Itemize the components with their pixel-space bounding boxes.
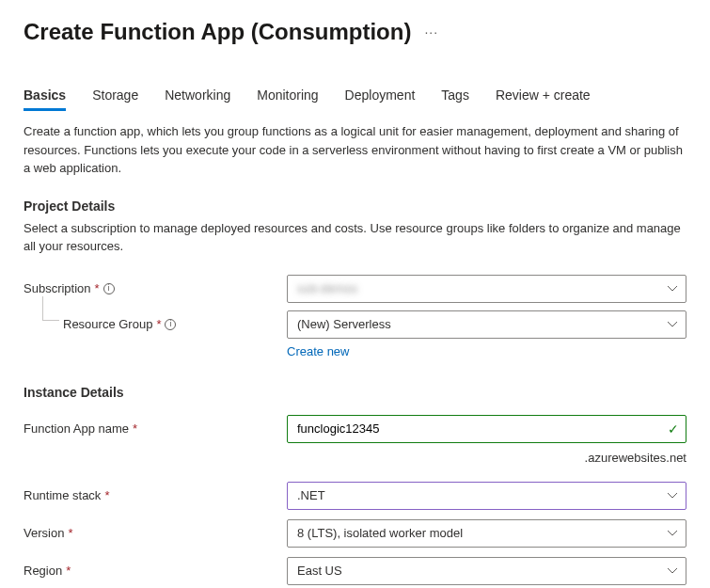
- section-instance-title: Instance Details: [24, 385, 686, 400]
- version-label: Version *: [24, 526, 287, 540]
- tab-basics[interactable]: Basics: [24, 87, 66, 111]
- chevron-down-icon: [667, 321, 678, 328]
- runtime-select[interactable]: .NET: [287, 482, 686, 510]
- tab-deployment[interactable]: Deployment: [345, 87, 416, 111]
- tab-review-create[interactable]: Review + create: [496, 87, 591, 111]
- tree-line: [42, 296, 59, 321]
- version-select[interactable]: 8 (LTS), isolated worker model: [287, 519, 686, 548]
- tab-storage[interactable]: Storage: [92, 87, 138, 111]
- tab-tags[interactable]: Tags: [441, 87, 469, 111]
- chevron-down-icon: [667, 530, 678, 537]
- info-icon[interactable]: i: [165, 319, 176, 330]
- subscription-label: Subscription * i: [24, 281, 287, 295]
- chevron-down-icon: [667, 567, 678, 575]
- resource-group-select[interactable]: (New) Serverless: [287, 310, 686, 339]
- create-new-link[interactable]: Create new: [287, 344, 349, 358]
- page-title: Create Function App (Consumption): [24, 19, 411, 45]
- tab-networking[interactable]: Networking: [165, 87, 230, 111]
- app-name-input[interactable]: [287, 415, 686, 443]
- region-select[interactable]: East US: [287, 557, 686, 585]
- tab-monitoring[interactable]: Monitoring: [257, 87, 318, 111]
- required-asterisk: *: [95, 281, 100, 295]
- region-label: Region *: [24, 564, 287, 578]
- tab-bar: Basics Storage Networking Monitoring Dep…: [24, 87, 686, 111]
- app-name-label: Function App name *: [24, 421, 287, 436]
- required-asterisk: *: [68, 526, 72, 540]
- valid-check-icon: ✓: [668, 421, 679, 437]
- chevron-down-icon: [667, 285, 678, 293]
- required-asterisk: *: [133, 421, 137, 436]
- required-asterisk: *: [156, 317, 161, 331]
- intro-text: Create a function app, which lets you gr…: [24, 122, 686, 178]
- section-project-title: Project Details: [24, 199, 686, 214]
- subscription-select[interactable]: sub-demos: [287, 275, 686, 303]
- runtime-label: Runtime stack *: [24, 488, 287, 502]
- section-project-desc: Select a subscription to manage deployed…: [24, 219, 686, 256]
- required-asterisk: *: [66, 564, 71, 578]
- chevron-down-icon: [667, 492, 678, 500]
- resource-group-label: Resource Group * i: [24, 317, 287, 331]
- more-actions-icon[interactable]: ···: [424, 24, 438, 40]
- info-icon[interactable]: i: [103, 283, 115, 294]
- required-asterisk: *: [104, 488, 109, 502]
- domain-suffix: .azurewebsites.net: [585, 451, 686, 465]
